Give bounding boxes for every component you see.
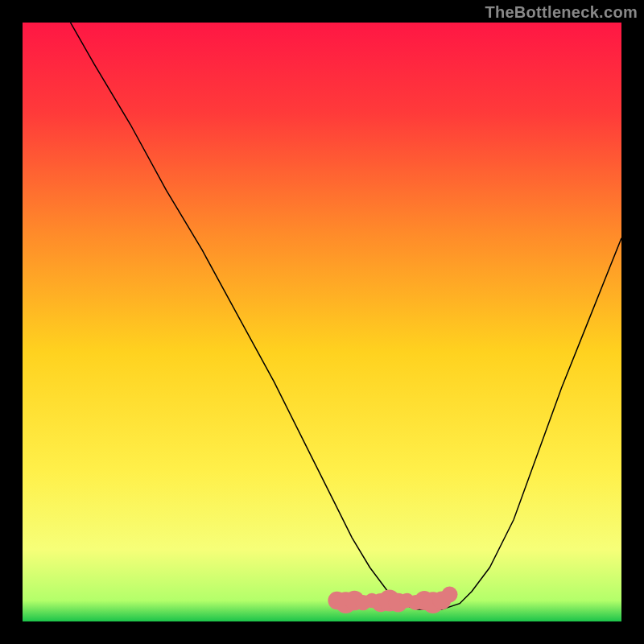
chart-container: TheBottleneck.com (0, 0, 644, 644)
plot-area (21, 21, 623, 623)
watermark-text: TheBottleneck.com (485, 3, 638, 22)
svg-point-13 (442, 587, 458, 603)
gradient-rect (23, 23, 621, 621)
bg-gradient-svg (23, 23, 621, 621)
